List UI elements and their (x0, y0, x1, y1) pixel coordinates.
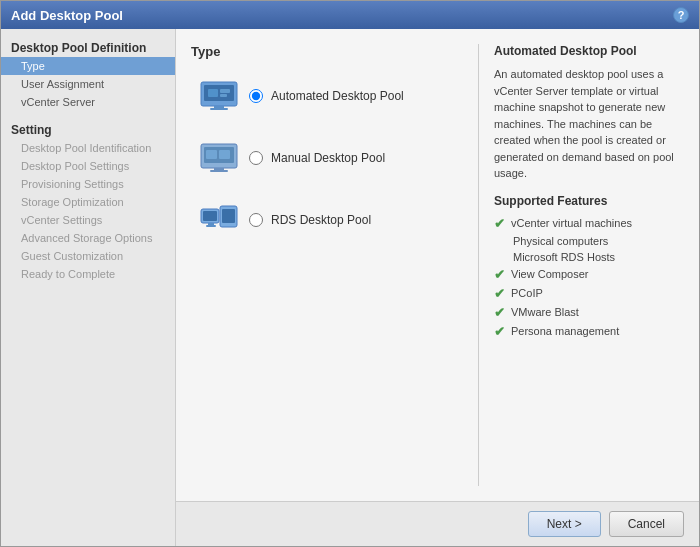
check-icon-view-composer: ✔ (494, 267, 505, 282)
next-button[interactable]: Next > (528, 511, 601, 537)
manual-pool-radio[interactable] (249, 151, 263, 165)
supported-features-title: Supported Features (494, 194, 684, 208)
cancel-button[interactable]: Cancel (609, 511, 684, 537)
svg-rect-2 (208, 89, 218, 97)
svg-rect-17 (208, 223, 214, 225)
dialog-footer: Next > Cancel (176, 501, 699, 546)
left-panel: Type (191, 44, 463, 486)
sidebar-section-setting: Setting (1, 119, 175, 139)
sidebar-item-storage-optimization[interactable]: Storage Optimization (1, 193, 175, 211)
manual-pool-label[interactable]: Manual Desktop Pool (249, 151, 385, 165)
sidebar-item-guest-customization[interactable]: Guest Customization (1, 247, 175, 265)
section-title: Type (191, 44, 453, 59)
feature-persona-management: ✔ Persona management (494, 324, 684, 339)
sidebar: Desktop Pool Definition Type User Assign… (1, 29, 176, 546)
manual-pool-icon (199, 142, 239, 174)
svg-rect-5 (214, 106, 224, 108)
sidebar-item-type[interactable]: Type (1, 57, 175, 75)
title-bar: Add Desktop Pool ? (1, 1, 699, 29)
svg-rect-11 (214, 168, 224, 170)
check-icon-vmware-blast: ✔ (494, 305, 505, 320)
help-button[interactable]: ? (673, 7, 689, 23)
info-box-text: An automated desktop pool uses a vCenter… (494, 66, 684, 182)
sidebar-item-user-assignment[interactable]: User Assignment (1, 75, 175, 93)
feature-vcenter-vms: ✔ vCenter virtual machines (494, 216, 684, 231)
sidebar-item-advanced-storage[interactable]: Advanced Storage Options (1, 229, 175, 247)
check-icon-persona-mgmt: ✔ (494, 324, 505, 339)
svg-rect-16 (222, 209, 235, 223)
sidebar-item-provisioning-settings[interactable]: Provisioning Settings (1, 175, 175, 193)
dialog-title: Add Desktop Pool (11, 8, 123, 23)
option-row-automated: Automated Desktop Pool (191, 74, 453, 118)
rds-pool-icon (199, 204, 239, 236)
svg-rect-6 (210, 108, 228, 110)
add-desktop-pool-dialog: Add Desktop Pool ? Desktop Pool Definiti… (0, 0, 700, 547)
rds-pool-radio[interactable] (249, 213, 263, 227)
panel-divider (478, 44, 479, 486)
sidebar-item-pool-identification[interactable]: Desktop Pool Identification (1, 139, 175, 157)
feature-physical: Physical computers (494, 235, 684, 247)
svg-rect-10 (219, 150, 230, 159)
feature-pcoip: ✔ PCoIP (494, 286, 684, 301)
sidebar-item-ready-to-complete[interactable]: Ready to Complete (1, 265, 175, 283)
right-panel: Automated Desktop Pool An automated desk… (494, 44, 684, 486)
svg-rect-12 (210, 170, 228, 172)
sidebar-item-pool-settings[interactable]: Desktop Pool Settings (1, 157, 175, 175)
svg-rect-9 (206, 150, 217, 159)
sidebar-item-vcenter-server[interactable]: vCenter Server (1, 93, 175, 111)
svg-rect-4 (220, 94, 227, 97)
svg-rect-18 (206, 225, 216, 227)
automated-pool-label[interactable]: Automated Desktop Pool (249, 89, 404, 103)
sidebar-item-vcenter-settings[interactable]: vCenter Settings (1, 211, 175, 229)
feature-rds-hosts: Microsoft RDS Hosts (494, 251, 684, 263)
dialog-body: Desktop Pool Definition Type User Assign… (1, 29, 699, 546)
content-area: Type (176, 29, 699, 501)
check-icon-pcoip: ✔ (494, 286, 505, 301)
check-icon-vcenter-vms: ✔ (494, 216, 505, 231)
feature-view-composer: ✔ View Composer (494, 267, 684, 282)
automated-pool-icon (199, 80, 239, 112)
feature-vmware-blast: ✔ VMware Blast (494, 305, 684, 320)
main-content: Type (176, 29, 699, 546)
option-row-manual: Manual Desktop Pool (191, 136, 453, 180)
rds-pool-label[interactable]: RDS Desktop Pool (249, 213, 371, 227)
automated-pool-radio[interactable] (249, 89, 263, 103)
sidebar-section-definition: Desktop Pool Definition (1, 37, 175, 57)
option-row-rds: RDS Desktop Pool (191, 198, 453, 242)
svg-rect-14 (203, 211, 217, 221)
svg-rect-3 (220, 89, 230, 93)
info-box-title: Automated Desktop Pool (494, 44, 684, 58)
